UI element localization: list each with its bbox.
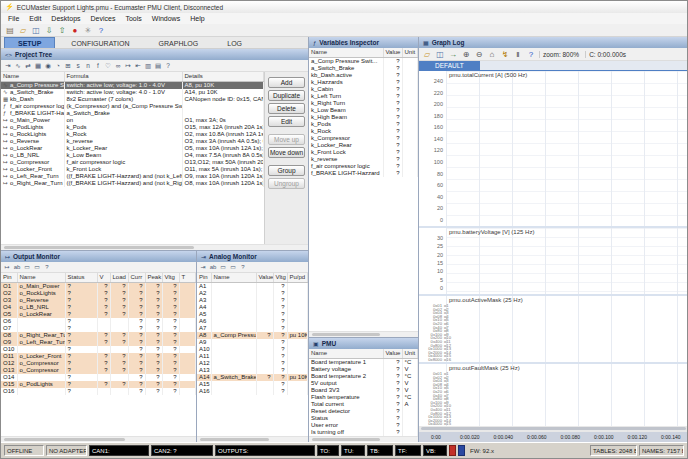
- menu-item-devices[interactable]: Devices: [86, 14, 121, 23]
- table-row[interactable]: A4?: [197, 304, 308, 311]
- add-function-icon[interactable]: f: [94, 60, 102, 71]
- table-row[interactable]: O11o_Locker_Front??????: [1, 353, 196, 360]
- table-row[interactable]: A16?: [197, 388, 308, 395]
- help-icon[interactable]: ?: [96, 25, 106, 36]
- table-row[interactable]: A13?: [197, 367, 308, 374]
- column-header[interactable]: Pin: [1, 273, 17, 282]
- table-row[interactable]: Battery voltage?V: [309, 366, 418, 373]
- table-row[interactable]: k_Right Turn?: [309, 100, 418, 107]
- trigger-icon[interactable]: ↯: [500, 49, 510, 60]
- chart-battery-voltage[interactable]: pmu.batteryVoltage [V] (125 Hz) 30252015…: [419, 226, 687, 294]
- help-icon[interactable]: ?: [239, 262, 247, 273]
- add-export-icon[interactable]: ▤: [154, 60, 162, 71]
- column-header[interactable]: Value: [383, 349, 402, 358]
- table-row[interactable]: O8o_Right_Rear_Turn??????: [1, 332, 196, 339]
- save-project-icon[interactable]: ◫: [31, 25, 41, 36]
- table-row[interactable]: 5V output?V: [309, 380, 418, 387]
- table-row[interactable]: O5o_LockRear??????: [1, 311, 196, 318]
- table-row[interactable]: A1?: [197, 282, 308, 290]
- table-row[interactable]: ∿a_Switch_Brakeswitch: active low; volta…: [1, 89, 264, 96]
- add-output-icon[interactable]: ↦: [124, 60, 132, 71]
- table-row[interactable]: Board temperature 1?°C: [309, 358, 418, 366]
- table-row[interactable]: f_air compressor logic?: [309, 163, 418, 170]
- table-row[interactable]: O14????: [1, 374, 196, 381]
- table-row[interactable]: f_BRAKE LIGHT-Hazzard?: [309, 170, 418, 177]
- table-row[interactable]: Board temperature 2?°C: [309, 373, 418, 380]
- tab-configuration[interactable]: CONFIGURATION: [58, 38, 142, 48]
- table-row[interactable]: ▦kb_Dash8x2 Ecumaster (7 colors)CANopen …: [1, 96, 264, 103]
- add-keyboard-icon[interactable]: ▦: [34, 60, 42, 71]
- pause-icon[interactable]: ‖: [513, 49, 523, 60]
- menu-item-desktops[interactable]: Desktops: [46, 14, 85, 23]
- table-row[interactable]: ↦o_PodLightsk_PodsO15, max 12A (inrush 2…: [1, 124, 264, 131]
- view-wide-icon[interactable]: ▭: [229, 262, 237, 273]
- table-row[interactable]: ↦o_Left_Rear_Turn((f_BRAKE LIGHT-Hazzard…: [1, 173, 264, 180]
- menu-item-file[interactable]: File: [3, 14, 24, 23]
- table-row[interactable]: ƒf_BRAKE LIGHT-Hazzarda_Switch_Brake: [1, 110, 264, 117]
- table-row[interactable]: ↦o_RockLightsk_RockO2, max 10.8A (inrush…: [1, 131, 264, 138]
- table-row[interactable]: A14a_Switch_Brake??pu 10K: [197, 374, 308, 381]
- add-group-icon[interactable]: ▥: [144, 60, 152, 71]
- group-button[interactable]: Group: [268, 165, 305, 176]
- table-row[interactable]: k_Rock?: [309, 128, 418, 135]
- chart-out-fault-mask[interactable]: pmu.outFaultMask (25 Hz) 0x01o10x02o20x0…: [419, 362, 687, 426]
- table-row[interactable]: ↦o_Reversek_reverseO3, max 3A (inrush 4A…: [1, 138, 264, 145]
- table-row[interactable]: k_Hazzards?: [309, 79, 418, 86]
- table-row[interactable]: O1o_Main_Power??????: [1, 282, 196, 290]
- add-hbridge-icon[interactable]: ⇤: [134, 60, 142, 71]
- move-down-button[interactable]: Move down: [268, 147, 305, 158]
- table-row[interactable]: Is turning off?: [309, 429, 418, 436]
- column-header[interactable]: Name: [1, 72, 64, 81]
- export-log-icon[interactable]: →: [448, 49, 458, 60]
- open-project-icon[interactable]: ▱: [18, 25, 28, 36]
- table-row[interactable]: A10?: [197, 346, 308, 353]
- table-row[interactable]: O10????: [1, 346, 196, 353]
- table-row[interactable]: k_Locker_Rear?: [309, 142, 418, 149]
- add-button[interactable]: Add: [268, 77, 305, 88]
- table-row[interactable]: O16????: [1, 388, 196, 395]
- table-row[interactable]: ƒf_air compressor logic(k_Compressor) an…: [1, 103, 264, 110]
- chart-total-current[interactable]: pmu.totalCurrent [A] (500 Hz) 2402202001…: [419, 71, 687, 226]
- menu-item-tools[interactable]: Tools: [120, 14, 146, 23]
- column-header[interactable]: Unit: [402, 349, 418, 358]
- output-monitor-hscrollbar[interactable]: [1, 436, 196, 442]
- table-row[interactable]: A11?: [197, 353, 308, 360]
- table-row[interactable]: O2o_RockLights??????: [1, 290, 196, 297]
- table-row[interactable]: O7????: [1, 325, 196, 332]
- table-row[interactable]: O12o_Compressor??????: [1, 360, 196, 367]
- table-row[interactable]: O4o_LB_NRL??????: [1, 304, 196, 311]
- table-row[interactable]: Status?: [309, 415, 418, 422]
- column-header[interactable]: Name: [211, 273, 256, 282]
- table-row[interactable]: ↦o_Compressorf_air compressor logicO13,O…: [1, 159, 264, 166]
- settings-gear-icon[interactable]: ✳: [83, 25, 93, 36]
- column-header[interactable]: T: [179, 273, 196, 282]
- table-row[interactable]: A9?: [197, 339, 308, 346]
- add-table-icon[interactable]: ⊞: [64, 60, 72, 71]
- help-icon[interactable]: ?: [526, 49, 536, 60]
- column-header[interactable]: Name: [309, 349, 383, 358]
- graph-hscrollbar[interactable]: [419, 426, 687, 432]
- analog-monitor-hscrollbar[interactable]: [197, 436, 308, 442]
- table-row[interactable]: k_Low Beam?: [309, 107, 418, 114]
- view-compact-icon[interactable]: ▭: [219, 262, 227, 273]
- table-row[interactable]: A2?: [197, 290, 308, 297]
- table-row[interactable]: k_High Beam?: [309, 114, 418, 121]
- column-header[interactable]: Formula: [64, 72, 182, 81]
- table-row[interactable]: User error?: [309, 422, 418, 429]
- column-header[interactable]: Name: [309, 48, 383, 57]
- table-row[interactable]: ∿a_Comp Pressure Switchswitch: active lo…: [1, 81, 264, 89]
- column-header[interactable]: Value: [383, 48, 402, 57]
- table-row[interactable]: Board 3V3?V: [309, 387, 418, 394]
- table-row[interactable]: A5?: [197, 311, 308, 318]
- table-row[interactable]: k_Pods?: [309, 121, 418, 128]
- menu-item-edit[interactable]: Edit: [24, 14, 46, 23]
- names-abc-icon[interactable]: ab: [13, 262, 21, 273]
- table-row[interactable]: k_reverse?: [309, 156, 418, 163]
- chart-out-active-mask[interactable]: pmu.outActiveMask (25 Hz) 0x01o10x02o20x…: [419, 294, 687, 362]
- table-row[interactable]: k_Cabin?: [309, 86, 418, 93]
- table-row[interactable]: O13o_Compressor??????: [1, 367, 196, 374]
- column-header[interactable]: Status: [65, 273, 97, 282]
- table-row[interactable]: O6????: [1, 318, 196, 325]
- add-can-input-icon[interactable]: ⇄: [24, 60, 32, 71]
- table-row[interactable]: ↦o_Main_PoweronO1, max 3A; 0s: [1, 117, 264, 124]
